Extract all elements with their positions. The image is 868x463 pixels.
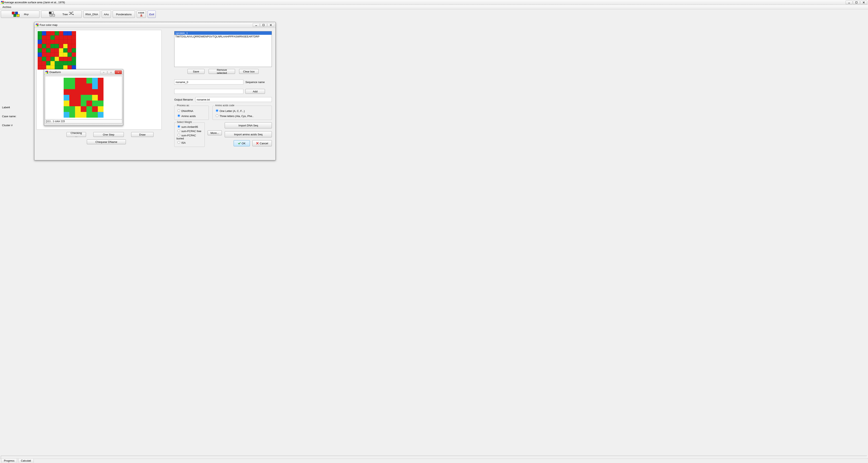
tree-label: Tree — [62, 13, 68, 16]
svg-rect-18 — [36, 24, 37, 25]
svg-rect-2 — [1, 2, 2, 4]
fcm-titlebar: Four color map — [34, 22, 276, 28]
fcm-icon — [36, 23, 39, 27]
progress-track — [1, 456, 867, 459]
tree-icon — [68, 11, 74, 17]
fcm-title: Four color map — [40, 23, 57, 26]
chequear-button[interactable]: Chequear DName — [87, 139, 126, 144]
fcm-maximize-button[interactable] — [260, 23, 267, 27]
tab-calc[interactable]: Calculati — [18, 459, 34, 463]
drawform-minimize-button[interactable]: — — [100, 70, 107, 74]
map-toolbar-button[interactable]: Map — [1, 10, 39, 18]
radio-amino-acids[interactable]: Amino acids — [177, 114, 207, 118]
more-button[interactable]: More... — [208, 131, 222, 135]
check-icon — [238, 142, 241, 145]
svg-line-6 — [863, 2, 865, 3]
output-filename-label: Output filename — [174, 98, 193, 101]
x-icon — [256, 142, 259, 145]
menu-file[interactable]: Archivo — [1, 5, 12, 8]
four-color-map-window: Four color map — [34, 22, 276, 161]
drawform-window: Drawform — ☐ ✕ [111 — [44, 69, 123, 126]
clear-box-button[interactable]: Clear box — [239, 69, 259, 74]
weight-legend: Select Weight — [176, 121, 193, 123]
seq-body-line[interactable]: TMITDSLAVVLQRRDWENPGVTQLNRLAAHPPFASWRNSE… — [175, 35, 272, 38]
aa-code-legend: Amino acids code — [214, 104, 235, 107]
menu-bar: Archivo — [0, 5, 868, 9]
svg-rect-3 — [2, 2, 4, 4]
add-button[interactable]: Add — [245, 89, 265, 94]
drawform-status: [111 , 1 color 215 — [45, 119, 122, 123]
aas-button[interactable]: AAs — [102, 10, 111, 18]
app-icon — [1, 1, 4, 4]
svg-rect-20 — [36, 25, 37, 26]
ponderations-button[interactable]: Ponderations — [113, 10, 135, 18]
import-dna-button[interactable]: Import DNA Seq — [225, 122, 272, 128]
radio-amber95[interactable]: sum-Amber95 — [177, 124, 203, 128]
main-titlebar: Average accessible surface area (Janin e… — [0, 0, 868, 5]
svg-rect-11 — [17, 14, 19, 17]
status-bar: Progress Calculati — [0, 459, 868, 463]
import-aa-button[interactable]: Import amino acids Seq — [225, 131, 272, 137]
radio-fcpac-free[interactable]: sum-FCPAC free — [177, 129, 203, 133]
svg-rect-28 — [45, 72, 47, 74]
map-canvas-panel: Drawform — ☐ ✕ [111 — [36, 30, 162, 129]
radio-fcpac-buried[interactable]: sum-FCPAC buried — [177, 133, 203, 140]
svg-rect-23 — [263, 24, 264, 26]
svg-text:C: C — [51, 15, 52, 16]
svg-line-24 — [270, 24, 272, 26]
svg-rect-26 — [45, 71, 47, 72]
svg-rect-9 — [15, 12, 18, 14]
radio-dna-rna[interactable]: DNA/RNA — [177, 109, 207, 113]
svg-rect-0 — [1, 1, 2, 2]
code-button[interactable]: CODE — [136, 10, 146, 18]
cancel-button[interactable]: Cancel — [252, 140, 272, 146]
drawform-maximize-button[interactable]: ☐ — [107, 70, 115, 74]
svg-rect-21 — [37, 25, 38, 26]
exit-button[interactable]: Exit — [148, 10, 156, 18]
output-filename-input[interactable] — [195, 97, 272, 102]
remove-selected-button[interactable]: Remove selected — [209, 69, 235, 74]
maximize-button[interactable] — [853, 1, 860, 4]
sequence-name-input[interactable] — [174, 80, 243, 84]
one-step-button[interactable]: One Step — [93, 132, 124, 137]
tree-toolbar-button[interactable]: C T Tree — [41, 10, 82, 18]
color-map-grid — [38, 31, 160, 69]
process-as-legend: Process as: — [176, 104, 190, 107]
case-name-label: Case name: — [2, 115, 16, 118]
window-title: Average accessible surface area (Janin e… — [4, 1, 65, 4]
drawform-close-button[interactable]: ✕ — [115, 70, 122, 74]
exit-label: Exit — [149, 13, 154, 16]
fcm-minimize-button[interactable] — [253, 23, 260, 27]
label4: Label4 — [2, 106, 10, 109]
tab-progress[interactable]: Progress — [1, 459, 17, 463]
svg-text:T: T — [53, 15, 54, 16]
fcm-close-button[interactable] — [267, 23, 274, 27]
map-label: Map — [24, 12, 29, 16]
svg-rect-8 — [12, 12, 14, 14]
svg-line-25 — [270, 24, 272, 26]
radio-one-letter[interactable]: One Letter (A, C, F...) — [215, 109, 270, 113]
draw-button[interactable]: Draw — [131, 132, 154, 137]
code-label: CODE — [138, 12, 144, 14]
drawform-title: Drawform — [50, 70, 61, 74]
sequence-listbox[interactable]: >protein_1 TMITDSLAVVLQRRDWENPGVTQLNRLAA… — [174, 31, 272, 67]
close-button[interactable] — [860, 1, 867, 4]
svg-rect-1 — [2, 1, 4, 2]
rna-dna-button[interactable]: RNA_DNA — [83, 10, 100, 18]
svg-rect-19 — [37, 24, 38, 25]
svg-rect-27 — [47, 71, 48, 72]
svg-rect-12 — [49, 12, 51, 14]
cluster-label: Cluster # — [2, 124, 12, 127]
checking-button[interactable]: Checking ... — [66, 132, 86, 137]
svg-rect-10 — [13, 14, 16, 17]
drawform-canvas — [45, 76, 122, 119]
add-input[interactable] — [174, 89, 243, 94]
seq-header-line[interactable]: >protein_1 — [175, 31, 272, 35]
minimize-button[interactable] — [846, 1, 852, 4]
radio-three-letters[interactable]: Three letters (Ala, Cys, Phe.. — [215, 114, 270, 118]
save-button[interactable]: Save — [187, 69, 205, 74]
sequence-name-label: Sequence name — [245, 81, 265, 84]
drawform-grid — [64, 78, 103, 118]
ok-button[interactable]: OK — [234, 140, 250, 146]
radio-isa[interactable]: ISA — [177, 140, 203, 144]
